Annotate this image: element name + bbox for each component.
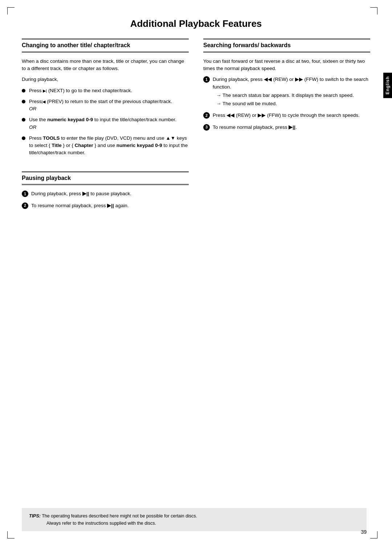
or-text-1: OR [29, 106, 36, 111]
arrow-1a: The search status bar appears. It displa… [216, 92, 370, 99]
pausing-step-content-2: To resume normal playback, press ▶|| aga… [31, 202, 189, 209]
two-column-layout: Changing to another title/ chapter/track… [22, 38, 370, 160]
bullet-prev: Press (PREV) to return to the start of t… [22, 98, 189, 113]
bullet-tools: Press TOOLS to enter the file play (DVD,… [22, 135, 189, 157]
tips-line-1: The operating features described here mi… [42, 513, 197, 519]
bullet-content-3: Use the numeric keypad 0-9 to input the … [29, 116, 189, 131]
changing-intro: When a disc contains more than one track… [22, 58, 189, 73]
next-icon [43, 88, 47, 93]
tips-label: TIPS: [29, 513, 41, 519]
searching-intro: You can fast forward or fast reverse a d… [203, 58, 370, 73]
bullet-next: Press (NEXT) to go to the next chapter/t… [22, 87, 189, 94]
corner-mark-tl [7, 7, 15, 15]
step-content-3: To resume normal playback, press ▶||. [213, 124, 370, 131]
bullet-content-2: Press (PREV) to return to the start of t… [29, 98, 189, 113]
arrow-1b: The sound will be muted. [216, 100, 370, 107]
pausing-step-content-1: During playback, press ▶|| to pause play… [31, 190, 189, 197]
bullet-dot-2 [22, 100, 25, 103]
step-num-3: 3 [203, 124, 210, 131]
prev-icon [42, 99, 46, 104]
bullet-dot-3 [22, 118, 25, 122]
pausing-step-num-2: 2 [22, 202, 28, 209]
page-title: Additional Playback Features [22, 18, 370, 29]
pausing-heading: Pausing playback [22, 171, 189, 185]
step-content-2: Press ◀◀ (REW) or ▶▶ (FFW) to cycle thro… [213, 112, 370, 119]
pausing-steps: 1 During playback, press ▶|| to pause pl… [22, 190, 189, 209]
pausing-step-2: 2 To resume normal playback, press ▶|| a… [22, 202, 189, 209]
step-num-1: 1 [203, 76, 210, 83]
searching-step-3: 3 To resume normal playback, press ▶||. [203, 124, 370, 131]
pausing-step-1: 1 During playback, press ▶|| to pause pl… [22, 190, 189, 197]
corner-mark-bl [7, 531, 15, 538]
pausing-section: Pausing playback 1 During playback, pres… [22, 171, 189, 209]
searching-heading: Searching forwards/ backwards [203, 38, 370, 53]
bullet-keypad: Use the numeric keypad 0-9 to input the … [22, 116, 189, 131]
or-text-2: OR [29, 124, 36, 130]
step-content-1: During playback, press ◀◀ (REW) or ▶▶ (F… [213, 76, 370, 107]
language-tab: English [383, 73, 392, 98]
step-num-2: 2 [203, 112, 210, 119]
changing-heading: Changing to another title/ chapter/track [22, 38, 189, 53]
searching-step-2: 2 Press ◀◀ (REW) or ▶▶ (FFW) to cycle th… [203, 112, 370, 119]
page-number: 39 [361, 529, 367, 535]
searching-step-1: 1 During playback, press ◀◀ (REW) or ▶▶ … [203, 76, 370, 107]
page: English Additional Playback Features Cha… [0, 0, 392, 553]
bullet-content-4: Press TOOLS to enter the file play (DVD,… [29, 135, 189, 157]
pausing-step-num-1: 1 [22, 191, 28, 197]
corner-mark-tr [370, 7, 377, 15]
bullet-dot-4 [22, 136, 25, 140]
changing-section: Changing to another title/ chapter/track… [22, 38, 189, 160]
tips-indent: Always refer to the instructions supplie… [46, 521, 156, 526]
searching-steps: 1 During playback, press ◀◀ (REW) or ▶▶ … [203, 76, 370, 131]
searching-section: Searching forwards/ backwards You can fa… [203, 38, 370, 160]
bullet-dot-1 [22, 89, 25, 93]
changing-bullets: Press (NEXT) to go to the next chapter/t… [22, 87, 189, 157]
bullet-content-1: Press (NEXT) to go to the next chapter/t… [29, 87, 189, 94]
during-playback-label: During playback, [22, 76, 189, 83]
corner-mark-br [370, 531, 377, 538]
tips-box: TIPS: The operating features described h… [22, 508, 367, 531]
